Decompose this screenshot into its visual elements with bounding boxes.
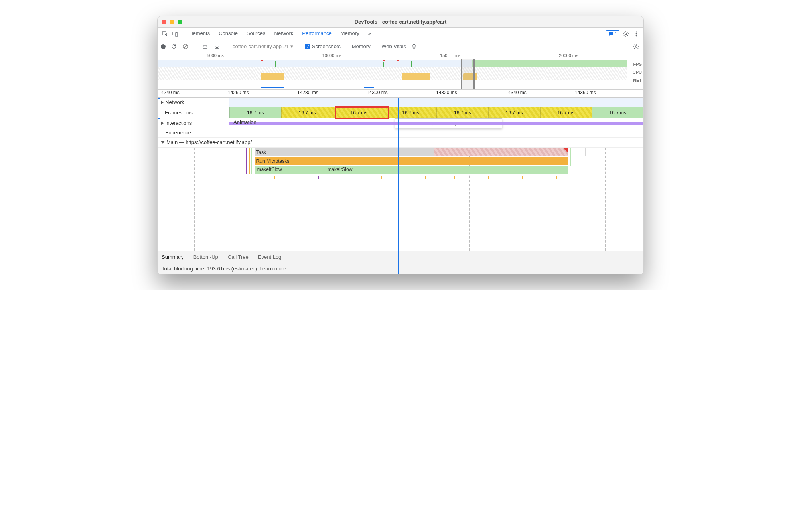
track-network[interactable]: Network xyxy=(158,98,643,107)
track-experience[interactable]: Experience xyxy=(158,128,643,138)
chevron-right-icon xyxy=(161,100,164,104)
memory-checkbox[interactable]: Memory xyxy=(345,43,371,50)
overview-selection[interactable] xyxy=(461,59,475,89)
issues-count: 1 xyxy=(614,31,617,37)
tab-performance[interactable]: Performance xyxy=(301,28,332,39)
time-ruler[interactable]: 14240 ms14260 ms14280 ms14300 ms14320 ms… xyxy=(158,90,643,98)
flame-chart[interactable]: Task Run Microtasks makeItSlow makeItSlo… xyxy=(158,147,643,251)
svg-point-9 xyxy=(635,46,637,47)
main-toolbar: Elements Console Sources Network Perform… xyxy=(158,28,643,40)
more-icon[interactable] xyxy=(632,30,640,38)
tab-memory[interactable]: Memory xyxy=(340,28,360,39)
chevron-down-icon xyxy=(161,141,165,144)
window-title: DevTools - coffee-cart.netlify.app/cart xyxy=(158,19,643,25)
settings-icon[interactable] xyxy=(622,30,630,38)
recording-select[interactable]: coffee-cart.netlify.app #1▾ xyxy=(233,43,293,49)
track-frames[interactable]: Frames ms 16.7 ms 16.7 ms 16.7 ms 16.7 m… xyxy=(158,107,643,118)
svg-line-8 xyxy=(184,45,187,48)
devtools-window: DevTools - coffee-cart.netlify.app/cart … xyxy=(157,16,644,274)
svg-rect-2 xyxy=(176,33,178,36)
issues-button[interactable]: 1 xyxy=(606,30,619,37)
animation-event[interactable]: Animation xyxy=(233,119,256,125)
delete-icon[interactable] xyxy=(410,43,418,51)
svg-point-5 xyxy=(636,33,637,34)
tab-console[interactable]: Console xyxy=(218,28,239,39)
svg-point-4 xyxy=(636,31,637,32)
tab-eventlog[interactable]: Event Log xyxy=(258,254,282,260)
chat-icon xyxy=(608,32,613,36)
flame-fn-1[interactable]: makeItSlow xyxy=(257,167,282,172)
clear-icon[interactable] xyxy=(182,43,189,51)
download-icon[interactable] xyxy=(213,43,221,51)
tab-summary[interactable]: Summary xyxy=(162,254,184,260)
flame-task-long[interactable] xyxy=(434,148,568,156)
timeline: Network Frames ms 16.7 ms 16.7 ms 16.7 m… xyxy=(158,98,643,251)
details-tabs: Summary Bottom-Up Call Tree Event Log xyxy=(158,251,643,263)
flame-js-row[interactable] xyxy=(255,166,568,174)
tab-network[interactable]: Network xyxy=(274,28,294,39)
overview-labels: FPS CPU NET xyxy=(633,60,642,84)
tabs-overflow[interactable]: » xyxy=(367,28,372,39)
panel-tabs: Elements Console Sources Network Perform… xyxy=(187,28,604,39)
status-bar: Total blocking time: 193.61ms (estimated… xyxy=(158,263,643,274)
screenshots-checkbox[interactable]: ✓ Screenshots xyxy=(305,43,341,50)
inspect-icon[interactable] xyxy=(161,30,169,38)
device-toggle-icon[interactable] xyxy=(171,30,179,38)
flame-fn-2[interactable]: makeItSlow xyxy=(328,167,352,172)
svg-point-3 xyxy=(625,33,627,35)
record-button[interactable] xyxy=(161,44,166,49)
perf-toolbar: coffee-cart.netlify.app #1▾ ✓ Screenshot… xyxy=(158,40,643,53)
upload-icon[interactable] xyxy=(201,43,209,51)
learn-more-link[interactable]: Learn more xyxy=(260,266,286,272)
blocking-time: Total blocking time: 193.61ms (estimated… xyxy=(162,266,257,272)
track-interactions[interactable]: Interactions Animation xyxy=(158,118,643,128)
titlebar: DevTools - coffee-cart.netlify.app/cart xyxy=(158,16,643,28)
chevron-down-icon: ▾ xyxy=(290,43,293,49)
svg-point-6 xyxy=(636,35,637,36)
tab-sources[interactable]: Sources xyxy=(246,28,266,39)
tab-bottomup[interactable]: Bottom-Up xyxy=(193,254,218,260)
frames-strip[interactable]: 16.7 ms 16.7 ms 16.7 ms 16.7 ms 16.7 ms … xyxy=(229,107,643,118)
webvitals-checkbox[interactable]: Web Vitals xyxy=(375,43,406,50)
overview-minimap[interactable]: 5000 ms 10000 ms 150ms 20000 ms FPS xyxy=(158,53,643,90)
flame-microtasks[interactable]: Run Microtasks xyxy=(255,157,568,165)
tab-calltree[interactable]: Call Tree xyxy=(228,254,249,260)
bracket-icon xyxy=(158,98,160,119)
reload-icon[interactable] xyxy=(170,43,178,51)
track-main-header[interactable]: Main — https://coffee-cart.netlify.app/ xyxy=(158,138,643,147)
chevron-right-icon xyxy=(161,121,164,125)
capture-settings-icon[interactable] xyxy=(632,43,640,51)
tab-elements[interactable]: Elements xyxy=(187,28,211,39)
overview-ticks: 5000 ms 10000 ms 150ms 20000 ms xyxy=(158,53,627,59)
